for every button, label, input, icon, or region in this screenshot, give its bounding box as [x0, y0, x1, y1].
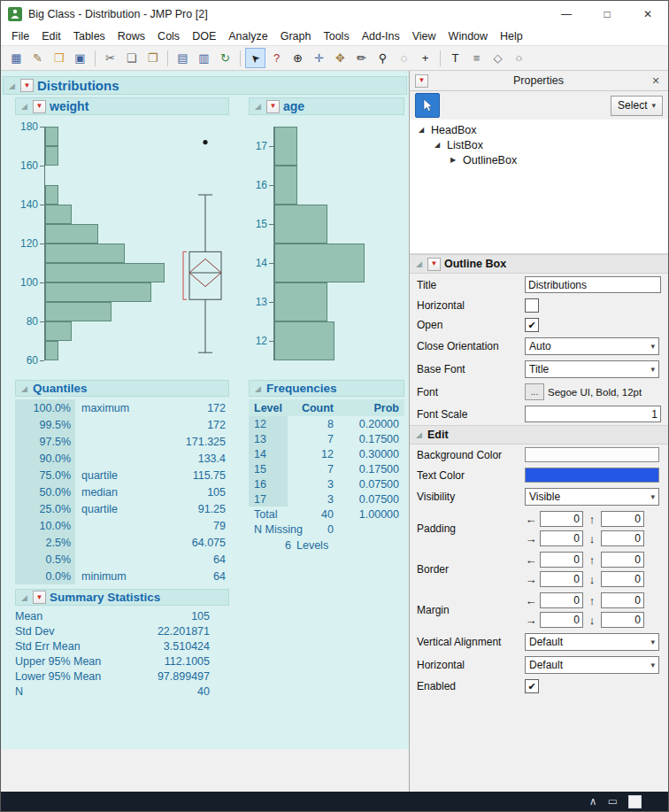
age-histogram-plot[interactable] — [273, 127, 373, 360]
grabber-tool-icon[interactable]: ✥ — [330, 48, 350, 68]
select-button[interactable]: Select ▾ — [611, 96, 663, 116]
horizontal-alignment-select[interactable]: Default▾ — [525, 656, 659, 674]
histogram-bar[interactable] — [274, 127, 297, 166]
border-top-input[interactable]: 0 — [601, 552, 644, 568]
minimize-button[interactable]: — — [546, 1, 587, 27]
brush-tool-icon[interactable]: ✏ — [351, 48, 372, 68]
histogram-bar[interactable] — [45, 127, 58, 146]
histogram-bar[interactable] — [274, 205, 327, 244]
selection-cursor-button[interactable] — [415, 93, 440, 118]
menu-edit[interactable]: Edit — [35, 28, 67, 44]
layout-icon[interactable]: ▥ — [194, 48, 214, 68]
histogram-bar[interactable] — [45, 321, 72, 341]
new-data-table-icon[interactable]: ▦ — [6, 48, 27, 68]
menu-file[interactable]: File — [5, 28, 35, 44]
arrow-tool-icon[interactable]: ➤ — [245, 48, 265, 68]
border-left-input[interactable]: 0 — [540, 552, 583, 568]
display-icon[interactable]: ▭ — [608, 795, 618, 808]
refresh-icon[interactable]: ↻ — [215, 48, 235, 68]
padding-bottom-input[interactable]: 0 — [601, 530, 644, 546]
disclosure-icon[interactable]: ◢ — [19, 384, 29, 393]
histogram-bar[interactable] — [45, 146, 58, 166]
disclosure-icon[interactable]: ◢ — [253, 102, 263, 111]
menu-graph[interactable]: Graph — [274, 28, 318, 44]
help-tool-icon[interactable]: ? — [266, 48, 287, 68]
paste-icon[interactable]: ❐ — [142, 48, 163, 68]
padding-top-input[interactable]: 0 — [601, 511, 644, 527]
magnifier-tool-icon[interactable]: ⚲ — [373, 48, 393, 68]
disclosure-icon[interactable]: ◢ — [414, 259, 424, 268]
font-scale-input[interactable]: 1 — [525, 406, 661, 422]
red-triangle-menu-icon[interactable]: ▼ — [20, 79, 34, 92]
histogram-bar[interactable] — [274, 321, 334, 360]
open-checkbox[interactable]: ✔ — [525, 318, 539, 332]
margin-bottom-input[interactable]: 0 — [601, 612, 644, 628]
border-right-input[interactable]: 0 — [540, 571, 583, 587]
polygon-annotate-tool-icon[interactable]: ◇ — [488, 48, 508, 68]
margin-right-input[interactable]: 0 — [540, 612, 583, 628]
maximize-button[interactable]: □ — [587, 1, 627, 27]
red-triangle-menu-icon[interactable]: ▼ — [33, 100, 46, 113]
histogram-bar[interactable] — [45, 302, 112, 321]
margin-left-input[interactable]: 0 — [540, 592, 583, 608]
menu-addins[interactable]: Add-Ins — [356, 28, 406, 44]
menu-analyze[interactable]: Analyze — [222, 28, 273, 44]
tree-item-outlinebox[interactable]: ▶ OutlineBox — [410, 152, 668, 167]
red-triangle-menu-icon[interactable]: ▼ — [266, 100, 280, 113]
save-icon[interactable]: ▣ — [70, 48, 90, 68]
base-font-select[interactable]: Title▾ — [525, 360, 659, 378]
histogram-bar[interactable] — [45, 185, 58, 205]
red-triangle-menu-icon[interactable]: ▼ — [427, 258, 441, 271]
menu-view[interactable]: View — [406, 28, 442, 44]
margin-top-input[interactable]: 0 — [601, 592, 644, 608]
zoom-in-tool-icon[interactable]: + — [415, 48, 435, 68]
histogram-bar[interactable] — [274, 282, 327, 321]
histogram-bar[interactable] — [274, 244, 365, 282]
disclosure-icon[interactable]: ◢ — [414, 430, 424, 439]
vertical-alignment-select[interactable]: Default▾ — [525, 633, 659, 651]
histogram-bar[interactable] — [45, 282, 151, 302]
font-picker-button[interactable]: ... — [525, 383, 544, 400]
text-color-swatch[interactable] — [525, 468, 659, 483]
histogram-bar[interactable] — [45, 244, 125, 263]
disclosure-icon[interactable]: ◢ — [253, 384, 263, 393]
menu-tables[interactable]: Tables — [67, 28, 112, 44]
weight-boxplot[interactable] — [180, 127, 229, 360]
menu-doe[interactable]: DOE — [186, 28, 222, 44]
new-journal-icon[interactable]: ✎ — [27, 48, 48, 68]
tree-expanded-icon[interactable]: ◢ — [434, 141, 442, 149]
disclosure-icon[interactable]: ◢ — [7, 81, 17, 90]
tray-up-icon[interactable]: ∧ — [589, 795, 597, 808]
tree-item-listbox[interactable]: ◢ ListBox — [410, 137, 668, 152]
open-icon[interactable]: ❒ — [49, 48, 69, 68]
histogram-bar[interactable] — [45, 263, 165, 282]
border-bottom-input[interactable]: 0 — [601, 571, 644, 587]
selection-tool-icon[interactable]: ✛ — [309, 48, 329, 68]
padding-left-input[interactable]: 0 — [540, 511, 583, 527]
line-annotate-tool-icon[interactable]: ≡ — [466, 48, 487, 68]
lasso-tool-icon[interactable]: ◌ — [394, 48, 414, 68]
menu-cols[interactable]: Cols — [151, 28, 186, 44]
histogram-bar[interactable] — [45, 224, 98, 244]
disclosure-icon[interactable]: ◢ — [19, 102, 29, 111]
text-annotate-tool-icon[interactable]: T — [445, 48, 465, 68]
panel-close-icon[interactable]: ✕ — [649, 75, 663, 87]
histogram-bar[interactable] — [274, 166, 297, 205]
menu-help[interactable]: Help — [494, 28, 529, 44]
histogram-bar[interactable] — [45, 205, 72, 224]
padding-right-input[interactable]: 0 — [540, 530, 583, 546]
oval-annotate-tool-icon[interactable]: ○ — [509, 48, 529, 68]
close-orientation-select[interactable]: Auto▾ — [525, 337, 659, 355]
data-table-icon[interactable]: ▤ — [173, 48, 193, 68]
red-triangle-menu-icon[interactable]: ▼ — [415, 74, 428, 88]
close-button[interactable]: ✕ — [627, 1, 668, 27]
tree-collapsed-icon[interactable]: ▶ — [450, 156, 458, 164]
background-color-swatch[interactable] — [525, 447, 659, 462]
copy-icon[interactable]: ❏ — [121, 48, 142, 68]
tray-app-icon[interactable] — [628, 795, 642, 808]
menu-tools[interactable]: Tools — [317, 28, 355, 44]
red-triangle-menu-icon[interactable]: ▼ — [33, 591, 46, 604]
disclosure-icon[interactable]: ◢ — [19, 593, 29, 602]
weight-histogram-plot[interactable] — [44, 127, 173, 360]
crosshair-tool-icon[interactable]: ⊕ — [288, 48, 308, 68]
